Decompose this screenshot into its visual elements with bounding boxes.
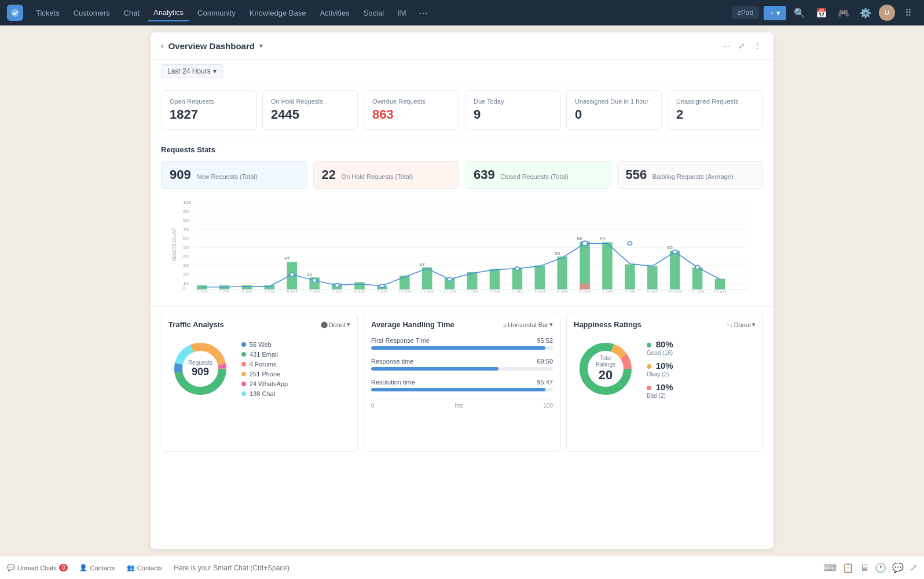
dashboard-title-dropdown[interactable]: ▾ (259, 42, 263, 50)
nav-community[interactable]: Community (192, 5, 241, 21)
more-options-icon[interactable]: ··· (721, 39, 732, 52)
requests-stats-section: Requests Stats 909 New Requests (Total) … (151, 137, 773, 306)
requests-stats-title: Requests Stats (161, 145, 763, 154)
svg-text:47: 47 (284, 256, 290, 261)
happiness-legend: 80% Good (16) 10% Okay (2) (647, 339, 673, 399)
happiness-content: Total Ratings 20 80% Good (16) (574, 335, 756, 401)
game-icon[interactable]: 🎮 (835, 4, 852, 21)
traffic-center-value: 909 (192, 366, 209, 378)
hbar-track-first (371, 346, 553, 350)
hbar-fill-resolution (371, 388, 545, 391)
happiness-chart-type[interactable]: ↑↓ Donut ▾ (727, 321, 756, 328)
handling-chart-type[interactable]: ≡ Horizontal Bar ▾ (503, 321, 553, 328)
nav-analytics[interactable]: Analytics (148, 5, 189, 21)
nav-social[interactable]: Social (358, 5, 390, 21)
dashboard-header: ‹ Overview Dashboard ▾ ··· ⤢ ⋮ (151, 32, 773, 60)
overflow-icon[interactable]: ⋮ (751, 39, 763, 52)
legend-whatsapp-dot (241, 382, 246, 386)
grid-icon[interactable]: ⠿ (900, 4, 917, 21)
chart-svg: 100 90 80 70 60 50 40 30 20 10 0 TICKETS… (171, 197, 753, 292)
bb-chat-icon: 💬 (7, 564, 15, 571)
bb-contacts-icon: 👤 (79, 564, 87, 571)
stat-box-num-hold: 22 (322, 167, 336, 182)
app-logo[interactable] (7, 5, 23, 21)
expand-icon[interactable]: ⤢ (736, 39, 747, 52)
svg-text:TICKETS COUNT: TICKETS COUNT (171, 228, 177, 261)
add-button[interactable]: +▾ (764, 6, 786, 20)
nav-tickets[interactable]: Tickets (30, 5, 65, 21)
bb-badge: 0 (59, 564, 68, 571)
svg-rect-27 (265, 285, 275, 290)
avatar[interactable]: U (879, 5, 895, 21)
hleg-good-dot (647, 343, 651, 347)
svg-text:10: 10 (183, 281, 189, 285)
bb-right-icons: ⌨ 📋 🖥 🕐 💬 ⤢ (823, 562, 917, 573)
time-filter-button[interactable]: Last 24 Hours ▾ (161, 64, 223, 78)
more-nav-icon[interactable]: ⋯ (415, 4, 432, 21)
back-button[interactable]: ‹ (161, 41, 164, 50)
nav-chat[interactable]: Chat (118, 5, 145, 21)
legend-whatsapp: 24 WhatsApp (241, 380, 288, 387)
bb-icon-1[interactable]: ⌨ (823, 562, 837, 573)
hleg-good: 80% Good (16) (647, 339, 673, 356)
traffic-content: Requests 909 56 Web 431 Email (168, 335, 350, 401)
svg-rect-42 (580, 284, 590, 290)
settings-icon[interactable]: ⚙️ (857, 4, 874, 21)
calendar-icon[interactable]: 📅 (813, 4, 830, 21)
nav-activities[interactable]: Activities (314, 5, 355, 21)
legend-web: 56 Web (241, 341, 288, 348)
stats-cards-row: Open Requests 1827 On Hold Requests 2445… (151, 83, 773, 137)
bb-icon-4[interactable]: 🕐 (875, 562, 886, 573)
stat-boxes-row: 909 New Requests (Total) 22 On Hold Requ… (161, 161, 763, 189)
nav-knowledge-base[interactable]: Knowledge Base (244, 5, 312, 21)
svg-text:5 PM: 5 PM (557, 290, 568, 292)
stat-box-closed: 639 Closed Requests (Total) (465, 161, 611, 189)
stat-box-num-new: 909 (170, 167, 191, 182)
svg-text:1 AM: 1 AM (196, 290, 207, 292)
smart-chat-input[interactable] (174, 564, 812, 572)
svg-text:90: 90 (183, 210, 189, 214)
svg-rect-33 (399, 276, 410, 290)
bb-icon-5[interactable]: 💬 (892, 562, 904, 573)
line-chart (202, 243, 720, 287)
dashboard-panel: ‹ Overview Dashboard ▾ ··· ⤢ ⋮ Last 24 H… (151, 32, 773, 549)
svg-text:3 AM: 3 AM (241, 290, 252, 292)
stat-card-onhold: On Hold Requests 2445 (262, 90, 358, 130)
legend-email-dot (241, 352, 246, 357)
main-area: ‹ Overview Dashboard ▾ ··· ⤢ ⋮ Last 24 H… (0, 25, 924, 556)
hleg-bad-dot (647, 386, 651, 390)
hbar-response: Response time 69:50 (371, 358, 553, 371)
stat-value-unassigned-hour: 0 (575, 107, 653, 122)
svg-point-57 (673, 250, 677, 254)
svg-text:6 PM: 6 PM (580, 290, 591, 292)
bb-icon-3[interactable]: 🖥 (860, 563, 869, 573)
svg-point-0 (11, 9, 19, 17)
bb-contacts-2[interactable]: 👥 Contacts (127, 564, 162, 571)
stat-box-new: 909 New Requests (Total) (161, 161, 307, 189)
traffic-donut: Requests 909 (168, 337, 232, 401)
svg-text:70: 70 (183, 227, 189, 232)
traffic-title: Traffic Analysis (168, 320, 224, 329)
svg-text:8 PM: 8 PM (624, 290, 635, 292)
traffic-panel-header: Traffic Analysis ⬤ Donut ▾ (168, 320, 350, 329)
svg-text:7 AM: 7 AM (332, 290, 343, 292)
bb-icon-2[interactable]: 📋 (842, 562, 854, 573)
happiness-panel: Happiness Ratings ↑↓ Donut ▾ (566, 313, 763, 452)
traffic-panel: Traffic Analysis ⬤ Donut ▾ (161, 313, 358, 452)
nav-customers[interactable]: Customers (68, 5, 116, 21)
svg-rect-47 (692, 267, 703, 290)
bb-contacts-1[interactable]: 👤 Contacts (79, 564, 115, 571)
legend-email: 431 Email (241, 351, 288, 358)
hbar-resolution: Resolution time 95:47 (371, 379, 553, 391)
stat-box-label-hold: On Hold Requests (Total) (342, 173, 413, 180)
nav-im[interactable]: IM (392, 5, 412, 21)
bb-icon-6[interactable]: ⤢ (910, 562, 917, 573)
traffic-chart-type[interactable]: ⬤ Donut ▾ (321, 321, 350, 328)
stat-label-open: Open Requests (170, 98, 248, 105)
bb-unread-chats[interactable]: 💬 Unread Chats 0 (7, 564, 68, 571)
brand-label[interactable]: zPad (732, 6, 759, 19)
svg-text:37: 37 (419, 262, 425, 266)
svg-text:6 AM: 6 AM (309, 290, 320, 292)
search-icon[interactable]: 🔍 (791, 4, 808, 21)
svg-rect-43 (602, 242, 613, 289)
